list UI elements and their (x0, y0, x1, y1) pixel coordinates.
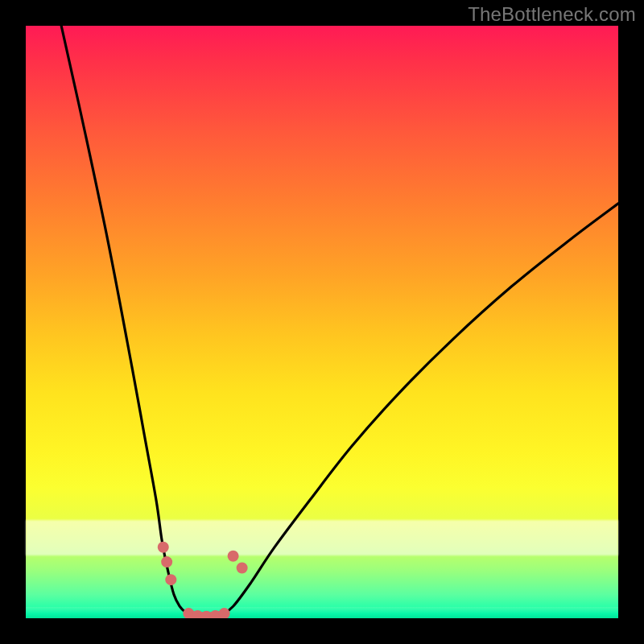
plot-area (26, 26, 618, 618)
series-right-curve (221, 204, 618, 616)
left-marker-1 (158, 542, 169, 553)
watermark-text: TheBottleneck.com (468, 3, 636, 26)
left-marker-2 (161, 556, 172, 568)
series-group (61, 26, 618, 617)
left-marker-3 (165, 574, 176, 585)
chart-frame: TheBottleneck.com (0, 0, 644, 644)
right-marker-1 (228, 551, 239, 562)
curves-svg (26, 26, 618, 618)
series-left-curve (61, 26, 192, 615)
right-marker-2 (237, 562, 248, 573)
